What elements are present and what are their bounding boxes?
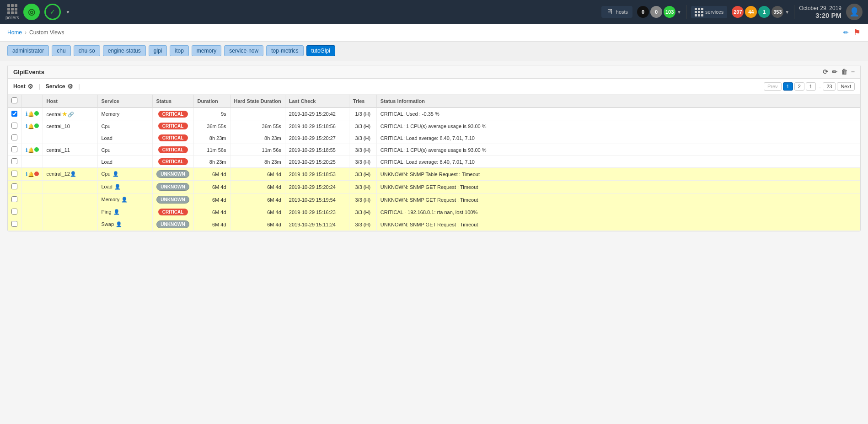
row-checkbox-7[interactable] (11, 196, 17, 202)
page-prev-btn[interactable]: Prev (764, 82, 782, 91)
service-link[interactable]: Load (102, 135, 113, 141)
service-person-icon: 👤 (116, 221, 122, 227)
col-header-hardstate: Hard State Duration (230, 95, 285, 107)
row-hardstate-4: 8h 23m (230, 156, 285, 168)
panel-refresh-icon[interactable]: ⟳ (823, 68, 828, 75)
hosts-icon: 🖥 (606, 8, 613, 16)
navbar-dropdown-arrow[interactable]: ▼ (65, 10, 70, 15)
tab-top-metrics[interactable]: top-metrics (266, 45, 303, 56)
row-checkbox-6[interactable] (11, 183, 17, 189)
page-2-btn[interactable]: 2 (794, 82, 804, 91)
panel-collapse-icon[interactable]: − (851, 68, 855, 75)
host-link[interactable]: central_11 (47, 147, 70, 153)
col-header-service: Service (97, 95, 152, 107)
panel-edit-icon[interactable]: ✏ (832, 68, 837, 75)
tab-bar: administratorchuchu-soengine-statusglpii… (0, 42, 868, 60)
panel-delete-icon[interactable]: 🗑 (841, 68, 847, 75)
tab-administrator[interactable]: administrator (7, 45, 49, 56)
row-checkbox-2[interactable] (11, 134, 17, 140)
dot-green (34, 111, 39, 117)
row-service-4: Load (97, 156, 152, 168)
service-link[interactable]: Cpu (102, 123, 111, 129)
row-checkbox-8[interactable] (11, 209, 17, 215)
date-display: October 29, 2019 (799, 5, 841, 11)
host-link[interactable]: central (47, 112, 62, 117)
service-link[interactable]: Load (102, 184, 113, 189)
row-service-2: Load (97, 132, 152, 144)
host-link[interactable]: central_10 (47, 123, 70, 129)
row-status-1: CRITICAL (152, 120, 193, 132)
service-link[interactable]: Memory (102, 197, 120, 202)
page-1-btn[interactable]: 1 (783, 82, 793, 91)
tab-memory[interactable]: memory (192, 45, 221, 56)
tab-chu[interactable]: chu (52, 45, 70, 56)
status-badge: CRITICAL (158, 158, 188, 165)
select-all-checkbox[interactable] (11, 97, 17, 103)
service-person-icon: 👤 (113, 209, 120, 215)
row-checkbox-3[interactable] (11, 146, 17, 152)
user-avatar[interactable]: 👤 (846, 4, 863, 20)
row-checkbox-4[interactable] (11, 158, 17, 164)
page-last-btn[interactable]: 23 (823, 82, 836, 91)
services-badge-red[interactable]: 207 (732, 6, 744, 18)
service-person-icon: 👤 (121, 197, 128, 202)
service-link[interactable]: Cpu (102, 147, 111, 153)
row-tries-0: 1/3 (H) (349, 107, 376, 120)
row-checkbox-1[interactable] (11, 123, 17, 129)
services-dropdown-arrow[interactable]: ▼ (785, 10, 789, 15)
hosts-badge-grey[interactable]: 0 (650, 6, 662, 18)
logo-green[interactable]: ◎ (23, 4, 40, 20)
host-link[interactable]: central_12 (47, 171, 70, 177)
row-checkbox-0[interactable] (11, 111, 17, 117)
table-body: ℹ🔔central★🔗MemoryCRITICAL9s2019-10-29 15… (8, 107, 860, 231)
filter-service-text: Service (46, 83, 65, 90)
logo-circle[interactable]: ✓ (44, 4, 61, 20)
filter-service-label: Service ⚙ (46, 83, 73, 90)
row-info-4: CRITICAL: Load average: 8.40, 7.01, 7.10 (376, 156, 860, 168)
hosts-block[interactable]: 🖥 hosts (601, 6, 632, 18)
alert-icon-top[interactable]: ⚑ (853, 27, 861, 38)
page-next-btn[interactable]: Next (837, 82, 855, 91)
hosts-dropdown-arrow[interactable]: ▼ (677, 10, 681, 15)
filter-host-icon[interactable]: ⚙ (27, 83, 33, 90)
row-checkbox-9[interactable] (11, 221, 17, 227)
services-badge-orange[interactable]: 44 (745, 6, 757, 18)
row-status-6: UNKNOWN (152, 181, 193, 193)
hosts-badge-green[interactable]: 103 (664, 6, 675, 18)
tab-glpi[interactable]: glpi (149, 45, 167, 56)
page-3-btn[interactable]: 1 (806, 82, 816, 91)
service-link[interactable]: Ping (102, 209, 112, 215)
tab-service-now[interactable]: service-now (224, 45, 263, 56)
person-icon: 👤 (70, 171, 76, 177)
tab-engine-status[interactable]: engine-status (103, 45, 146, 56)
panel-header: GlpiEvents ⟳ ✏ 🗑 − (8, 65, 860, 79)
row-host-7 (43, 193, 97, 206)
breadcrumb-home[interactable]: Home (7, 29, 22, 36)
status-badge: UNKNOWN (156, 183, 189, 191)
tab-tutoGlpi[interactable]: tutoGlpi (306, 45, 335, 56)
service-link[interactable]: Cpu (102, 171, 111, 177)
service-link[interactable]: Load (102, 159, 113, 165)
services-block[interactable]: services (691, 6, 727, 18)
filter-service-icon[interactable]: ⚙ (67, 83, 73, 90)
row-info-5: UNKNOWN: SNMP Table Request : Timeout (376, 168, 860, 181)
breadcrumb-arrow: › (25, 29, 27, 36)
poller-grid-icon (7, 4, 17, 14)
service-link[interactable]: Swap (102, 221, 114, 227)
row-checkbox-5[interactable] (11, 171, 17, 177)
edit-icon-top[interactable]: ✏ (843, 29, 849, 36)
services-badge-dark[interactable]: 353 (772, 6, 783, 18)
tab-chu-so[interactable]: chu-so (74, 45, 100, 56)
services-badge-teal[interactable]: 1 (758, 6, 770, 18)
time-display: 3:20 PM (799, 11, 841, 19)
filter-separator-2: | (79, 83, 80, 90)
hosts-badge-black[interactable]: 0 (637, 6, 649, 18)
data-table: Host Service Status Duration Hard State … (8, 95, 860, 231)
service-link[interactable]: Memory (102, 111, 120, 117)
col-header-s (8, 95, 21, 107)
row-info-7: UNKNOWN: SNMP GET Request : Timeout (376, 193, 860, 206)
pollers-brand[interactable]: pollers (5, 4, 19, 20)
row-info-0: CRITICAL: Used : -0.35 % (376, 107, 860, 120)
pollers-label: pollers (5, 15, 19, 20)
tab-itop[interactable]: itop (170, 45, 188, 56)
